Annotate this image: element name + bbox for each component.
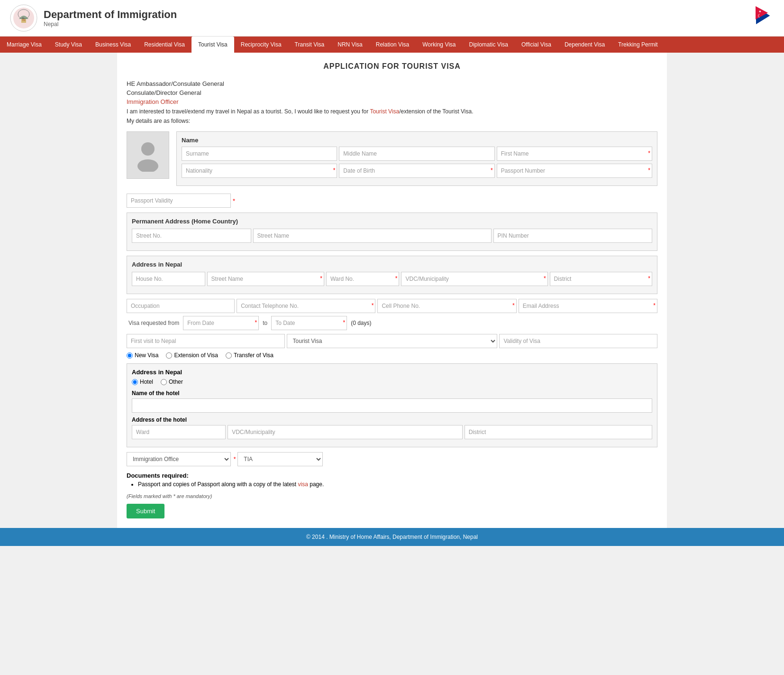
- nav-item-nrn-visa[interactable]: NRN Visa: [331, 37, 369, 53]
- nat-dob-row: * * *: [182, 164, 652, 178]
- org-name: Department of Immigration: [44, 9, 177, 21]
- hotel-radio[interactable]: [132, 379, 138, 385]
- house-no-input[interactable]: [132, 272, 205, 286]
- from-date-input[interactable]: [183, 316, 259, 330]
- hotel-ward-field: [132, 425, 226, 439]
- extension-radio-label[interactable]: Extension of Visa: [166, 352, 218, 359]
- nav-link-official-visa[interactable]: Official Visa: [515, 37, 558, 53]
- header-left: 🇳🇵 Department of Immigration Nepal: [9, 4, 177, 32]
- nav-item-residential-visa[interactable]: Residential Visa: [137, 37, 191, 53]
- hotel-radio-text: Hotel: [140, 379, 153, 385]
- intro-details: My details are as follows:: [127, 118, 657, 124]
- contact-tel-input[interactable]: [237, 299, 375, 313]
- hotel-vdc-input[interactable]: [228, 425, 462, 439]
- hotel-district-input[interactable]: [465, 425, 652, 439]
- street-no-input[interactable]: [132, 229, 251, 243]
- to-date-field: *: [271, 316, 347, 330]
- nav-link-diplomatic-visa[interactable]: Diplomatic Visa: [463, 37, 515, 53]
- svg-text:☾: ☾: [757, 13, 762, 18]
- other-radio-label[interactable]: Other: [161, 379, 183, 385]
- nav-link-trekking-permit[interactable]: Trekking Permit: [611, 37, 665, 53]
- hotel-name-label: Name of the hotel: [132, 390, 652, 397]
- visa-type-select[interactable]: Tourist Visa Business Visa Study Visa: [287, 334, 498, 348]
- intro-line2: Consulate/Director General: [127, 89, 657, 96]
- other-radio[interactable]: [161, 379, 167, 385]
- hotel-radio-label[interactable]: Hotel: [132, 379, 153, 385]
- pin-number-field: [493, 229, 652, 243]
- nav-item-study-visa[interactable]: Study Visa: [48, 37, 89, 53]
- nav-link-relation-visa[interactable]: Relation Visa: [369, 37, 416, 53]
- svg-point-9: [141, 142, 155, 156]
- pin-number-input[interactable]: [493, 229, 652, 243]
- extension-radio[interactable]: [166, 352, 172, 359]
- main-nav: Marriage Visa Study Visa Business Visa R…: [0, 37, 784, 53]
- nav-link-dependent-visa[interactable]: Dependent Visa: [558, 37, 611, 53]
- tia-select[interactable]: TIA Other: [237, 452, 323, 466]
- dob-field: *: [339, 164, 494, 178]
- photo-placeholder[interactable]: [127, 131, 169, 179]
- nav-item-working-visa[interactable]: Working Visa: [416, 37, 462, 53]
- immigration-office-select[interactable]: Immigration Office TIA Office Other: [127, 452, 231, 466]
- validity-visa-field: [499, 334, 657, 348]
- street-name-np-field: *: [207, 272, 324, 286]
- vdc-municipality-input[interactable]: [401, 272, 547, 286]
- contact-required: *: [372, 302, 374, 309]
- middle-name-input[interactable]: [339, 147, 494, 161]
- nav-item-relation-visa[interactable]: Relation Visa: [369, 37, 416, 53]
- district-input[interactable]: [550, 272, 652, 286]
- first-visit-field: [127, 334, 285, 348]
- ward-no-input[interactable]: [326, 272, 400, 286]
- first-name-input[interactable]: [497, 147, 652, 161]
- nav-link-residential-visa[interactable]: Residential Visa: [137, 37, 191, 53]
- nav-link-working-visa[interactable]: Working Visa: [416, 37, 462, 53]
- dob-required: *: [491, 167, 493, 174]
- street-name-input[interactable]: [253, 229, 492, 243]
- nationality-required: *: [333, 167, 336, 174]
- nav-link-business-visa[interactable]: Business Visa: [89, 37, 137, 53]
- nav-link-transit-visa[interactable]: Transit Visa: [288, 37, 331, 53]
- hotel-district-field: [465, 425, 652, 439]
- nav-link-nrn-visa[interactable]: NRN Visa: [331, 37, 369, 53]
- days-text: (0 days): [351, 320, 371, 326]
- new-visa-radio-label[interactable]: New Visa: [127, 352, 158, 359]
- new-visa-radio[interactable]: [127, 352, 133, 359]
- street-name-field: [253, 229, 492, 243]
- header: 🇳🇵 Department of Immigration Nepal ☾ ✦: [0, 0, 784, 37]
- page-title: APPLICATION FOR TOURIST VISA: [127, 62, 657, 71]
- hotel-name-input[interactable]: [132, 398, 652, 413]
- nationality-input[interactable]: [182, 164, 337, 178]
- nav-item-dependent-visa[interactable]: Dependent Visa: [558, 37, 611, 53]
- nav-item-transit-visa[interactable]: Transit Visa: [288, 37, 331, 53]
- surname-field: [182, 147, 337, 161]
- nav-link-study-visa[interactable]: Study Visa: [48, 37, 89, 53]
- to-date-input[interactable]: [271, 316, 347, 330]
- dob-input[interactable]: [339, 164, 494, 178]
- transfer-radio-label[interactable]: Transfer of Visa: [226, 352, 273, 359]
- passport-number-input[interactable]: [497, 164, 652, 178]
- street-name-np-input[interactable]: [207, 272, 324, 286]
- hotel-ward-input[interactable]: [132, 425, 226, 439]
- nav-item-official-visa[interactable]: Official Visa: [515, 37, 558, 53]
- submit-button[interactable]: Submit: [127, 504, 164, 518]
- passport-required: *: [648, 167, 650, 174]
- passport-validity-input[interactable]: [127, 194, 231, 208]
- email-input[interactable]: [519, 299, 657, 313]
- first-visit-input[interactable]: [127, 334, 285, 348]
- hotel-vdc-field: [228, 425, 462, 439]
- occupation-input[interactable]: [127, 299, 235, 313]
- transfer-radio[interactable]: [226, 352, 232, 359]
- documents-section: Documents required: Passport and copies …: [127, 472, 657, 488]
- nav-item-diplomatic-visa[interactable]: Diplomatic Visa: [463, 37, 515, 53]
- nav-link-reciprocity-visa[interactable]: Reciprocity Visa: [234, 37, 288, 53]
- from-date-required: *: [255, 319, 257, 326]
- nav-item-marriage-visa[interactable]: Marriage Visa: [0, 37, 48, 53]
- nav-item-business-visa[interactable]: Business Visa: [89, 37, 137, 53]
- surname-input[interactable]: [182, 147, 337, 161]
- nav-link-tourist-visa[interactable]: Tourist Visa: [191, 37, 234, 53]
- validity-visa-input[interactable]: [499, 334, 657, 348]
- nav-item-tourist-visa[interactable]: Tourist Visa: [191, 37, 234, 53]
- cell-phone-input[interactable]: [377, 299, 516, 313]
- nav-link-marriage-visa[interactable]: Marriage Visa: [0, 37, 48, 53]
- nav-item-reciprocity-visa[interactable]: Reciprocity Visa: [234, 37, 288, 53]
- nav-item-trekking-permit[interactable]: Trekking Permit: [611, 37, 665, 53]
